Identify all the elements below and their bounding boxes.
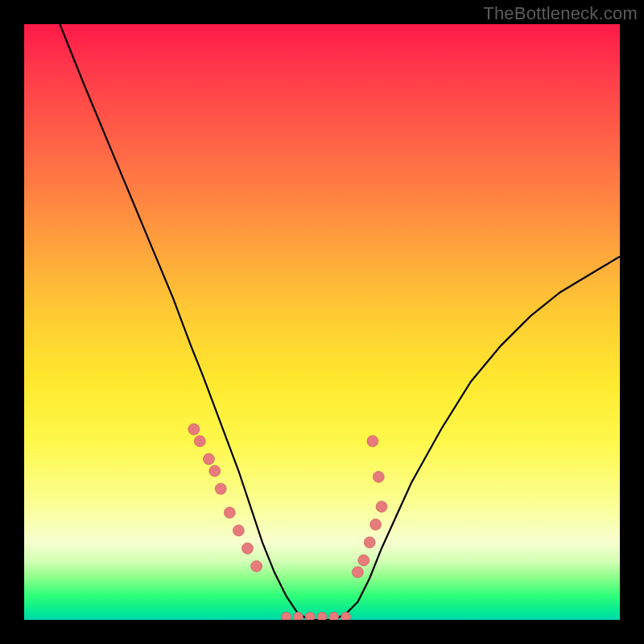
data-dot bbox=[242, 543, 254, 554]
data-dot bbox=[367, 436, 378, 447]
data-dot bbox=[364, 537, 375, 548]
data-dots bbox=[188, 423, 387, 620]
chart-frame: TheBottleneck.com bbox=[0, 0, 644, 644]
data-dot bbox=[376, 501, 387, 512]
data-dot bbox=[341, 612, 351, 620]
bottleneck-curve bbox=[60, 24, 620, 620]
data-dot bbox=[293, 612, 303, 620]
data-dot bbox=[282, 612, 291, 620]
data-dot bbox=[358, 555, 369, 566]
data-dot bbox=[329, 612, 339, 620]
data-dot bbox=[352, 567, 363, 578]
data-dot bbox=[251, 560, 262, 572]
data-dot bbox=[209, 465, 221, 477]
data-dot bbox=[317, 612, 327, 620]
watermark-text: TheBottleneck.com bbox=[483, 3, 638, 24]
data-dot bbox=[370, 519, 382, 530]
data-dot bbox=[194, 436, 205, 447]
chart-svg bbox=[24, 24, 620, 620]
data-dot bbox=[215, 483, 226, 494]
data-dot bbox=[203, 453, 214, 464]
data-dot bbox=[188, 423, 200, 435]
data-dot bbox=[305, 612, 315, 620]
data-dot bbox=[373, 471, 384, 482]
data-dot bbox=[224, 507, 235, 518]
data-dot bbox=[233, 525, 244, 536]
plot-area bbox=[24, 24, 620, 620]
